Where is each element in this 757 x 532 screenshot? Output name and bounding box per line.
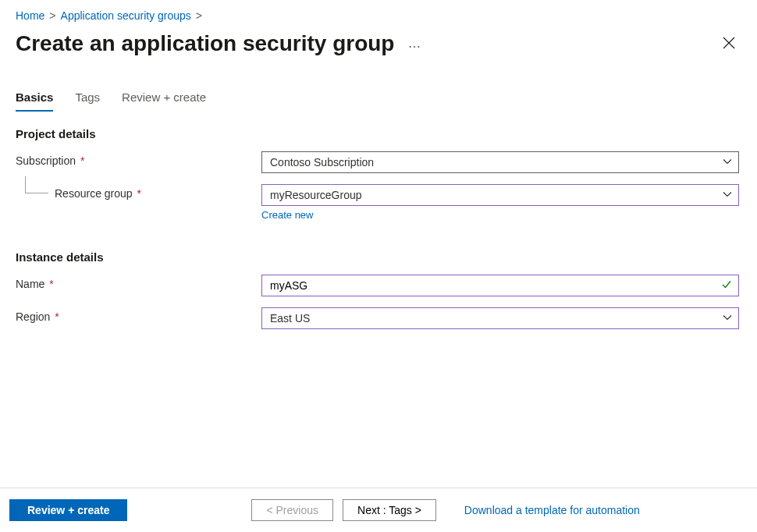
region-select[interactable]: East US: [261, 307, 739, 329]
region-value: East US: [270, 312, 310, 325]
previous-button[interactable]: < Previous: [251, 499, 333, 521]
tab-tags[interactable]: Tags: [75, 90, 100, 112]
chevron-down-icon: [723, 189, 732, 201]
chevron-down-icon: [723, 156, 732, 168]
subscription-value: Contoso Subscription: [270, 156, 374, 168]
download-template-link[interactable]: Download a template for automation: [464, 504, 640, 516]
section-instance-details: Instance details: [16, 250, 741, 264]
chevron-right-icon: >: [49, 9, 55, 22]
footer-bar: Review + create < Previous Next : Tags >…: [0, 488, 757, 532]
more-actions-icon[interactable]: ⋯: [408, 39, 422, 54]
resource-group-value: myResourceGroup: [270, 189, 362, 201]
chevron-right-icon: >: [196, 9, 202, 22]
next-button[interactable]: Next : Tags >: [343, 499, 436, 521]
required-mark: *: [49, 278, 53, 290]
page-title: Create an application security group: [16, 31, 394, 56]
resource-group-select[interactable]: myResourceGroup: [261, 184, 739, 206]
breadcrumb-home[interactable]: Home: [16, 9, 44, 22]
label-resource-group: Resource group: [55, 187, 133, 200]
checkmark-icon: [721, 279, 732, 293]
name-input[interactable]: [270, 279, 715, 292]
tree-indent-line: [25, 176, 48, 193]
name-input-wrapper: [261, 275, 739, 296]
label-subscription: Subscription: [16, 154, 76, 167]
review-create-button[interactable]: Review + create: [9, 499, 127, 521]
breadcrumb: Home > Application security groups >: [16, 9, 741, 22]
subscription-select[interactable]: Contoso Subscription: [261, 151, 739, 173]
required-mark: *: [80, 154, 84, 167]
chevron-down-icon: [723, 312, 732, 325]
tab-basics[interactable]: Basics: [16, 90, 53, 112]
required-mark: *: [55, 310, 59, 323]
close-icon[interactable]: [716, 32, 741, 56]
tab-bar: Basics Tags Review + create: [16, 90, 741, 112]
breadcrumb-asg[interactable]: Application security groups: [61, 9, 191, 22]
required-mark: *: [137, 187, 141, 200]
label-region: Region: [16, 310, 50, 323]
label-name: Name: [16, 278, 44, 290]
section-project-details: Project details: [16, 127, 741, 140]
tab-review-create[interactable]: Review + create: [122, 90, 206, 112]
create-new-link[interactable]: Create new: [261, 209, 313, 221]
